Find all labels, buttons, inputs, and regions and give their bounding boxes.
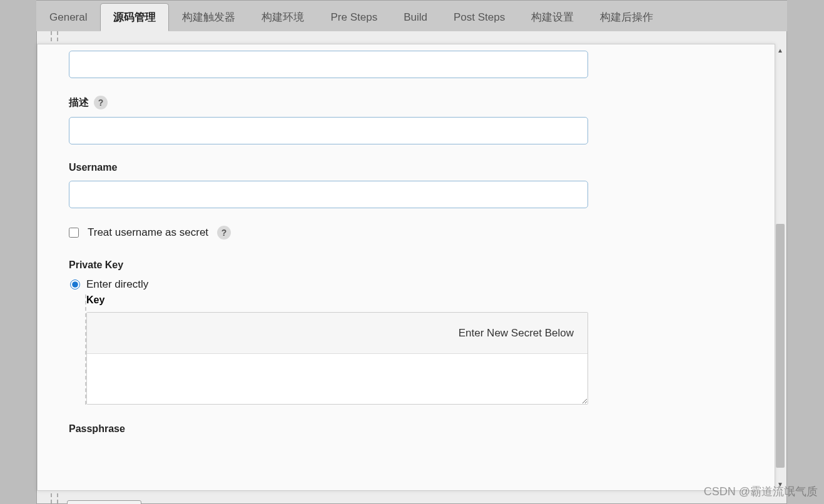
credentials-modal: 描述 ? Username Treat username as secret ? — [37, 44, 775, 491]
passphrase-label: Passphrase — [69, 423, 125, 435]
top-input[interactable] — [69, 51, 588, 78]
scroll-down-icon[interactable]: ▼ — [775, 479, 785, 489]
secret-header: Enter New Secret Below — [87, 313, 587, 354]
content-area: 描述 ? Username Treat username as secret ? — [36, 31, 787, 504]
description-label: 描述 — [69, 96, 89, 109]
tab-triggers[interactable]: 构建触发器 — [169, 3, 248, 31]
tab-presteps[interactable]: Pre Steps — [317, 3, 390, 31]
tab-settings[interactable]: 构建设置 — [518, 3, 587, 31]
key-label: Key — [86, 295, 588, 306]
treat-username-secret-checkbox[interactable] — [69, 228, 79, 238]
tab-poststeps[interactable]: Post Steps — [440, 3, 518, 31]
username-input[interactable] — [69, 181, 588, 208]
add-branch-button[interactable]: Add Branch — [67, 500, 141, 504]
secret-textarea[interactable] — [87, 354, 587, 404]
tab-env[interactable]: 构建环境 — [248, 3, 317, 31]
enter-directly-radio[interactable] — [70, 280, 80, 290]
username-label: Username — [69, 162, 117, 173]
enter-directly-label: Enter directly — [86, 278, 148, 291]
help-icon[interactable]: ? — [217, 226, 231, 239]
private-key-label: Private Key — [69, 260, 123, 271]
scroll-up-icon[interactable]: ▲ — [775, 45, 785, 55]
tab-postbuild[interactable]: 构建后操作 — [587, 3, 666, 31]
config-tabs: General 源码管理 构建触发器 构建环境 Pre Steps Build … — [36, 0, 787, 31]
scroll-track[interactable] — [775, 55, 785, 479]
treat-username-secret-label: Treat username as secret — [88, 226, 208, 239]
help-icon[interactable]: ? — [94, 96, 108, 109]
tab-build[interactable]: Build — [390, 3, 440, 31]
tab-scm[interactable]: 源码管理 — [100, 3, 169, 31]
description-input[interactable] — [69, 117, 588, 144]
scroll-thumb[interactable] — [776, 224, 785, 468]
secret-box: Enter New Secret Below — [86, 312, 588, 405]
tab-general[interactable]: General — [36, 3, 100, 31]
modal-scrollbar[interactable]: ▲ ▼ — [775, 45, 785, 489]
